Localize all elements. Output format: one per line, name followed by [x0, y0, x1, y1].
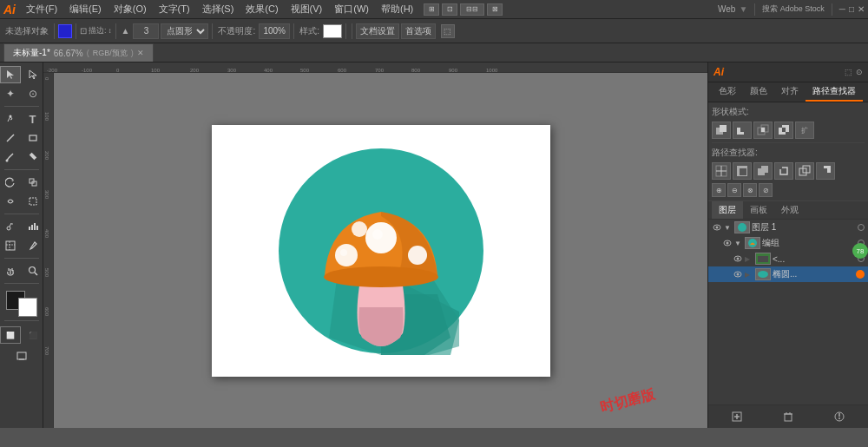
document-tab[interactable]: 未标量-1* 66.67% ( RGB/预览 ) ✕ — [3, 43, 154, 62]
zoom-tool[interactable] — [23, 262, 43, 279]
layers-tab-artboards[interactable]: 画板 — [743, 201, 774, 219]
layer-triangle-1[interactable]: ▼ — [724, 224, 733, 232]
trim-btn[interactable] — [733, 162, 752, 180]
normal-view-btn[interactable]: ⬜ — [0, 326, 21, 344]
panel-tab-swatch[interactable]: 颜色 — [743, 82, 774, 102]
free-transform-tool[interactable] — [23, 193, 43, 210]
window-minimize[interactable]: ─ — [839, 4, 845, 14]
pathfinder-icon-2[interactable]: ⊖ — [727, 183, 741, 197]
icon-misc[interactable]: ⊠ — [487, 3, 503, 16]
new-layer-btn[interactable] — [729, 409, 745, 424]
pathfinder-icon-4[interactable]: ⊘ — [759, 183, 773, 197]
layer-row-sublayer2[interactable]: ▶ 椭圆... — [708, 266, 868, 282]
panel-eye-icon[interactable]: ⊙ — [856, 68, 863, 76]
layer-triangle-3[interactable]: ▶ — [745, 255, 753, 263]
minus-back-btn[interactable] — [816, 162, 835, 180]
layer-visibility-1[interactable] — [712, 222, 722, 233]
slice-tool[interactable] — [0, 237, 21, 254]
expand-btn[interactable]: 扩 — [795, 122, 814, 139]
icon-grid1[interactable]: ⊞ — [424, 3, 439, 16]
brush-tool[interactable] — [0, 148, 21, 166]
icon-panel[interactable]: ⊟⊟ — [460, 3, 484, 16]
menu-object[interactable]: 对象(O) — [108, 1, 152, 17]
layer-visibility-3[interactable] — [733, 253, 743, 264]
menu-right: Web ▼ 搜索 Adobe Stock ─ □ ✕ — [718, 3, 865, 16]
minus-front-btn[interactable] — [733, 122, 752, 139]
menu-effect[interactable]: 效果(C) — [240, 1, 283, 17]
menu-file[interactable]: 文件(F) — [21, 1, 62, 17]
prefs-button[interactable]: 首选项 — [401, 23, 436, 39]
rect-tool[interactable] — [23, 129, 43, 147]
warp-tool[interactable] — [0, 193, 21, 210]
column-graph-tool[interactable] — [23, 218, 43, 235]
panel-tab-pathfinder[interactable]: 路径查找器 — [806, 82, 863, 102]
v-ruler-6: 600 — [44, 307, 49, 316]
shape-type-select[interactable]: 点圆形 — [161, 23, 208, 39]
lasso-tool[interactable]: ⊙ — [23, 85, 43, 102]
layers-settings-btn[interactable] — [832, 409, 847, 424]
fill-color-swatch[interactable] — [58, 24, 72, 38]
search-stock[interactable]: 搜索 Adobe Stock — [762, 3, 825, 15]
layer-row-sublayer1[interactable]: ▶ <... — [708, 251, 868, 266]
magic-wand-tool[interactable]: ✦ — [0, 85, 21, 102]
divide-btn[interactable] — [712, 162, 731, 180]
eyedropper-tool[interactable] — [23, 237, 43, 254]
intersect-btn[interactable] — [753, 122, 773, 139]
layer-visibility-4[interactable] — [733, 269, 743, 279]
selection-tool[interactable] — [0, 66, 21, 83]
crop-btn[interactable] — [774, 162, 793, 180]
layer-lock-1[interactable] — [858, 224, 865, 231]
menu-edit[interactable]: 编辑(E) — [64, 1, 107, 17]
style-swatch[interactable] — [323, 24, 342, 38]
v-ruler-0: 0 — [44, 77, 49, 80]
menu-view[interactable]: 视图(V) — [286, 1, 328, 17]
pathfinder-icon-3[interactable]: ⊗ — [743, 183, 757, 197]
window-close[interactable]: ✕ — [858, 4, 865, 14]
menu-help[interactable]: 帮助(H) — [376, 1, 418, 17]
toolbar-icon-1[interactable]: ⬚ — [441, 24, 455, 38]
menu-type[interactable]: 文字(T) — [154, 1, 195, 17]
hand-tool[interactable] — [0, 262, 21, 279]
outline-btn[interactable] — [795, 162, 814, 180]
background-color[interactable] — [18, 298, 37, 317]
scale-tool[interactable] — [23, 174, 43, 191]
symbol-spray-tool[interactable] — [0, 218, 21, 235]
layer-row-group[interactable]: ▼ 编组 — [708, 235, 868, 251]
layers-tab-appearance[interactable]: 外观 — [774, 201, 806, 219]
ruler-mark: 700 — [375, 68, 384, 73]
line-tool[interactable] — [0, 129, 21, 147]
layer-row-layer1[interactable]: ▼ 图层 1 — [708, 220, 868, 235]
doc-settings-button[interactable]: 文档设置 — [356, 23, 399, 39]
layer-triangle-4[interactable]: ▶ — [745, 271, 753, 279]
exclude-btn[interactable] — [774, 122, 793, 139]
fg-bg-colors[interactable] — [6, 291, 37, 317]
preview-view-btn[interactable]: ⬛ — [23, 326, 43, 344]
tab-close-button[interactable]: ✕ — [137, 49, 144, 57]
rotate-tool[interactable] — [0, 174, 21, 191]
opacity-input[interactable] — [259, 23, 290, 39]
layer-scroll-indicator: 78 — [852, 243, 868, 259]
menu-window[interactable]: 窗口(W) — [329, 1, 374, 17]
panel-tab-align[interactable]: 对齐 — [774, 82, 806, 102]
layers-tab-layers[interactable]: 图层 — [712, 201, 743, 219]
type-tool[interactable]: T — [23, 110, 43, 128]
direct-select-tool[interactable] — [23, 66, 43, 83]
layer-active-dot — [856, 270, 865, 279]
icon-grid2[interactable]: ⊡ — [442, 3, 457, 16]
stroke-arrow[interactable]: ↕ — [108, 27, 112, 35]
panel-tab-color[interactable]: 色彩 — [712, 82, 743, 102]
layer-triangle-2[interactable]: ▼ — [734, 240, 743, 247]
merge-btn[interactable] — [753, 162, 773, 180]
screen-mode-btn[interactable] — [11, 347, 32, 365]
delete-layer-btn[interactable] — [780, 409, 796, 424]
layer-visibility-2[interactable] — [722, 238, 733, 248]
pencil-tool[interactable] — [23, 148, 43, 166]
menu-select[interactable]: 选择(S) — [197, 1, 240, 17]
window-maximize[interactable]: □ — [849, 4, 854, 14]
canvas-content[interactable]: 时切磨版 — [54, 73, 707, 428]
point-count-input[interactable] — [133, 23, 159, 39]
unite-btn[interactable] — [712, 122, 731, 139]
pen-tool[interactable] — [0, 110, 21, 128]
pathfinder-icon-1[interactable]: ⊕ — [712, 183, 726, 197]
panel-arrange-icon[interactable]: ⬚ — [845, 68, 852, 76]
